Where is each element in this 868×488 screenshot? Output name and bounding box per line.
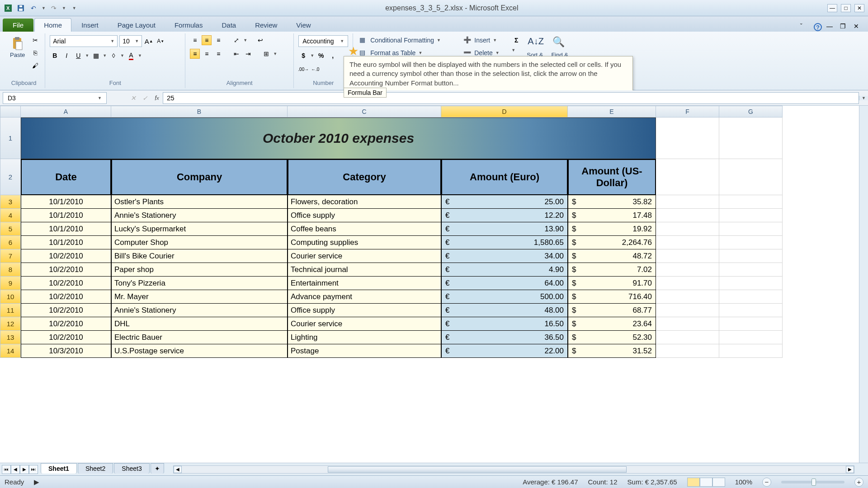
cell-amount-usd[interactable]: $17.48 bbox=[568, 209, 656, 222]
insert-cells-button[interactable]: ➕Insert ▼ bbox=[462, 35, 499, 45]
cell-amount-euro[interactable]: €12.20 bbox=[441, 209, 568, 222]
cell-category[interactable]: Coffee beans bbox=[288, 222, 441, 236]
tab-data[interactable]: Data bbox=[212, 19, 245, 32]
close-button[interactable]: ✕ bbox=[854, 4, 864, 12]
merge-center-button[interactable]: ⊞ bbox=[261, 49, 271, 59]
decrease-decimal-button[interactable]: ←.0 bbox=[310, 64, 320, 74]
cell-company[interactable]: Computer Shop bbox=[111, 236, 288, 249]
cell-amount-euro[interactable]: €48.00 bbox=[441, 304, 568, 317]
select-all-corner[interactable] bbox=[0, 106, 21, 117]
autosum-button[interactable]: Σ bbox=[511, 35, 521, 45]
cell-empty[interactable] bbox=[656, 290, 719, 304]
cell-empty[interactable] bbox=[719, 344, 783, 358]
cell-date[interactable]: 10/1/2010 bbox=[21, 209, 111, 222]
cell-amount-euro[interactable]: €500.00 bbox=[441, 290, 568, 304]
number-format-select[interactable]: Accounting▼ bbox=[298, 35, 348, 47]
cell-company[interactable]: Electric Bauer bbox=[111, 331, 288, 344]
cell-empty[interactable] bbox=[719, 277, 783, 290]
cell-category[interactable]: Lighting bbox=[288, 331, 441, 344]
font-size-select[interactable]: 10▼ bbox=[119, 35, 142, 47]
cell-empty[interactable] bbox=[719, 304, 783, 317]
bold-button[interactable]: B bbox=[50, 51, 60, 61]
cell-G1[interactable] bbox=[719, 117, 783, 159]
align-right-button[interactable]: ≡ bbox=[213, 49, 223, 59]
cell-amount-euro[interactable]: €64.00 bbox=[441, 277, 568, 290]
cell-amount-usd[interactable]: $91.70 bbox=[568, 277, 656, 290]
new-sheet-button[interactable]: ✦ bbox=[151, 463, 164, 474]
cell-date[interactable]: 10/2/2010 bbox=[21, 277, 111, 290]
sheet-tab-1[interactable]: Sheet1 bbox=[41, 463, 77, 474]
cell-date[interactable]: 10/2/2010 bbox=[21, 290, 111, 304]
sheet-nav-first[interactable]: ⏮ bbox=[2, 465, 11, 474]
cell-company[interactable]: Bill's Bike Courier bbox=[111, 249, 288, 263]
cell-category[interactable]: Courier service bbox=[288, 249, 441, 263]
view-page-break-button[interactable] bbox=[712, 478, 725, 487]
cell-empty[interactable] bbox=[719, 222, 783, 236]
undo-dropdown[interactable]: ▼ bbox=[42, 6, 46, 10]
underline-button[interactable]: U bbox=[73, 51, 83, 61]
cell-empty[interactable] bbox=[719, 263, 783, 277]
conditional-formatting-button[interactable]: ▦Conditional Formatting ▼ bbox=[358, 35, 443, 45]
minimize-button[interactable]: — bbox=[827, 4, 837, 12]
cell-amount-euro[interactable]: €22.00 bbox=[441, 344, 568, 358]
cell-G2[interactable] bbox=[719, 159, 783, 195]
cell-amount-usd[interactable]: $35.82 bbox=[568, 195, 656, 209]
percent-button[interactable]: % bbox=[316, 51, 326, 61]
cell-F1[interactable] bbox=[656, 117, 719, 159]
increase-indent-button[interactable]: ⇥ bbox=[243, 49, 253, 59]
cell-company[interactable]: Mr. Mayer bbox=[111, 290, 288, 304]
cell-empty[interactable] bbox=[656, 317, 719, 331]
minimize-ribbon-icon[interactable]: ˇ bbox=[800, 23, 809, 32]
copy-button[interactable]: ⎘ bbox=[30, 48, 40, 58]
cell-date[interactable]: 10/2/2010 bbox=[21, 249, 111, 263]
tab-page-layout[interactable]: Page Layout bbox=[108, 19, 165, 32]
tab-insert[interactable]: Insert bbox=[72, 19, 108, 32]
cell-category[interactable]: Office supply bbox=[288, 304, 441, 317]
row-header-1[interactable]: 1 bbox=[0, 117, 21, 159]
cell-amount-usd[interactable]: $31.52 bbox=[568, 344, 656, 358]
row-header[interactable]: 12 bbox=[0, 317, 21, 331]
col-header-B[interactable]: B bbox=[111, 106, 288, 117]
row-header[interactable]: 7 bbox=[0, 249, 21, 263]
align-top-button[interactable]: ≡ bbox=[190, 35, 200, 45]
cell-amount-euro[interactable]: €4.90 bbox=[441, 263, 568, 277]
redo-icon[interactable]: ↷ bbox=[49, 4, 58, 13]
cell-empty[interactable] bbox=[719, 331, 783, 344]
cell-empty[interactable] bbox=[719, 290, 783, 304]
cell-amount-euro[interactable]: €36.50 bbox=[441, 331, 568, 344]
cell-empty[interactable] bbox=[719, 249, 783, 263]
italic-button[interactable]: I bbox=[61, 51, 71, 61]
tab-formulas[interactable]: Formulas bbox=[165, 19, 212, 32]
tab-review[interactable]: Review bbox=[246, 19, 286, 32]
cell-date[interactable]: 10/2/2010 bbox=[21, 263, 111, 277]
orientation-button[interactable]: ⤢ bbox=[231, 35, 241, 45]
sheet-nav-last[interactable]: ⏭ bbox=[29, 465, 38, 474]
horizontal-scrollbar[interactable]: ◀ ▶ bbox=[173, 465, 854, 474]
col-header-A[interactable]: A bbox=[21, 106, 111, 117]
cell-company[interactable]: Lucky's Supermarket bbox=[111, 222, 288, 236]
header-amount-euro[interactable]: Amount (Euro) bbox=[441, 159, 568, 195]
cell-amount-euro[interactable]: €34.00 bbox=[441, 249, 568, 263]
accounting-format-button[interactable]: $ bbox=[298, 51, 308, 61]
file-tab[interactable]: File bbox=[3, 19, 33, 32]
cell-empty[interactable] bbox=[719, 209, 783, 222]
increase-decimal-button[interactable]: .00→ bbox=[298, 64, 308, 74]
row-header[interactable]: 3 bbox=[0, 195, 21, 209]
cell-category[interactable]: Technical journal bbox=[288, 263, 441, 277]
redo-dropdown[interactable]: ▼ bbox=[62, 6, 66, 10]
zoom-out-button[interactable]: − bbox=[762, 478, 771, 487]
cell-empty[interactable] bbox=[656, 249, 719, 263]
view-normal-button[interactable] bbox=[687, 478, 700, 487]
cell-company[interactable]: Tony's Pizzeria bbox=[111, 277, 288, 290]
sheet-tab-2[interactable]: Sheet2 bbox=[78, 463, 113, 474]
cell-category[interactable]: Courier service bbox=[288, 317, 441, 331]
cell-category[interactable]: Postage bbox=[288, 344, 441, 358]
maximize-button[interactable]: □ bbox=[841, 4, 851, 12]
header-amount-usd[interactable]: Amount (US-Dollar) bbox=[568, 159, 656, 195]
tab-view[interactable]: View bbox=[287, 19, 320, 32]
cell-amount-usd[interactable]: $52.30 bbox=[568, 331, 656, 344]
zoom-in-button[interactable]: + bbox=[854, 478, 863, 487]
cell-amount-usd[interactable]: $716.40 bbox=[568, 290, 656, 304]
cell-amount-usd[interactable]: $48.72 bbox=[568, 249, 656, 263]
row-header-2[interactable]: 2 bbox=[0, 159, 21, 195]
